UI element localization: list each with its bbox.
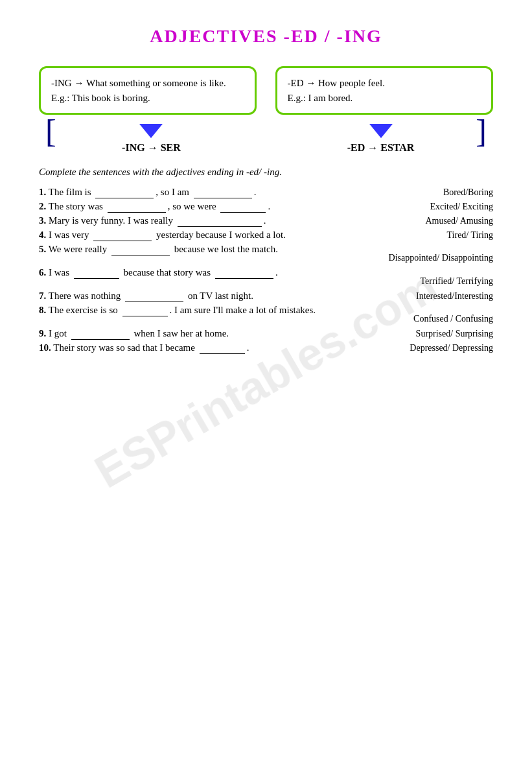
- exercise-3-sentence: 3. Mary is very funny. I was really .: [39, 215, 425, 227]
- blank-6b[interactable]: [215, 267, 273, 279]
- page-title: ADJECTIVES -ED / -ING: [39, 26, 493, 47]
- exercise-7: 7. There was nothing on TV last night. I…: [39, 290, 493, 302]
- instructions-text: Complete the sentences with the adjectiv…: [39, 167, 493, 178]
- bracket-left-icon: [: [45, 115, 56, 147]
- exercise-4: 4. I was very yesterday because I worked…: [39, 230, 493, 241]
- hint-4: Tired/ Tiring: [447, 230, 493, 241]
- arrow-group-ed: -ED → ESTAR ]: [275, 121, 487, 154]
- bracket-right-icon: ]: [476, 115, 487, 147]
- exercise-1-sentence: 1. The film is , so I am .: [39, 187, 443, 198]
- blank-7[interactable]: [125, 290, 183, 302]
- blank-2a[interactable]: [108, 201, 166, 213]
- info-boxes-row: -ING → What something or someone is like…: [39, 66, 493, 115]
- down-arrow-ing-icon: [139, 124, 163, 138]
- blank-5[interactable]: [111, 244, 170, 255]
- exercise-7-sentence: 7. There was nothing on TV last night.: [39, 290, 416, 302]
- exercise-6: 6. I was because that story was . Terrif…: [39, 267, 493, 287]
- exercise-1-row: 1. The film is , so I am . Bored/Boring: [39, 187, 493, 198]
- hint-3: Amused/ Amusing: [425, 216, 493, 226]
- exercise-10: 10. Their story was so sad that I became…: [39, 342, 493, 354]
- exercise-1: 1. The film is , so I am . Bored/Boring: [39, 187, 493, 198]
- exercise-10-sentence: 10. Their story was so sad that I became…: [39, 342, 410, 354]
- exercise-9-sentence: 9. I got when I saw her at home.: [39, 328, 416, 340]
- hint-2: Excited/ Exciting: [430, 202, 493, 212]
- exercise-2-row: 2. The story was , so we were . Excited/…: [39, 201, 493, 213]
- blank-1a[interactable]: [95, 187, 154, 198]
- exercise-9-row: 9. I got when I saw her at home. Surpris…: [39, 328, 493, 340]
- arrow-label-ed: -ED → ESTAR: [347, 142, 415, 154]
- exercise-4-sentence: 4. I was very yesterday because I worked…: [39, 230, 447, 241]
- blank-8[interactable]: [122, 305, 168, 316]
- exercise-5: 5. We were really because we lost the ma…: [39, 244, 493, 263]
- arrow-group-ing: [ -ING → SER: [45, 121, 257, 154]
- exercise-7-row: 7. There was nothing on TV last night. I…: [39, 290, 493, 302]
- exercise-10-row: 10. Their story was so sad that I became…: [39, 342, 493, 354]
- exercise-3-row: 3. Mary is very funny. I was really . Am…: [39, 215, 493, 227]
- hint-10: Depressed/ Depressing: [410, 343, 493, 353]
- arrows-row: [ -ING → SER -ED → ESTAR ]: [39, 121, 493, 154]
- exercise-8: 8. The exercise is so . I am sure I'll m…: [39, 305, 493, 324]
- exercise-list: 1. The film is , so I am . Bored/Boring …: [39, 187, 493, 354]
- down-arrow-ed-icon: [369, 124, 393, 138]
- arrow-label-ing: -ING → SER: [122, 142, 181, 154]
- hint-9: Surprised/ Surprising: [416, 329, 493, 339]
- hint-7: Interested/Interesting: [416, 291, 493, 302]
- blank-10[interactable]: [200, 342, 245, 354]
- exercise-9: 9. I got when I saw her at home. Surpris…: [39, 328, 493, 340]
- blank-6a[interactable]: [74, 267, 119, 279]
- blank-2b[interactable]: [220, 201, 266, 213]
- exercise-2-sentence: 2. The story was , so we were .: [39, 201, 430, 213]
- exercise-2: 2. The story was , so we were . Excited/…: [39, 201, 493, 213]
- blank-9[interactable]: [71, 328, 130, 340]
- info-box-ed-text: -ED → How people feel.E.g.: I am bored.: [288, 78, 385, 103]
- info-box-ed: -ED → How people feel.E.g.: I am bored.: [275, 66, 493, 115]
- blank-3[interactable]: [178, 215, 262, 227]
- blank-1b[interactable]: [194, 187, 252, 198]
- hint-1: Bored/Boring: [443, 187, 493, 198]
- blank-4[interactable]: [93, 230, 152, 241]
- exercise-3: 3. Mary is very funny. I was really . Am…: [39, 215, 493, 227]
- info-box-ing-text: -ING → What something or someone is like…: [51, 78, 226, 103]
- info-box-ing: -ING → What something or someone is like…: [39, 66, 257, 115]
- exercise-4-row: 4. I was very yesterday because I worked…: [39, 230, 493, 241]
